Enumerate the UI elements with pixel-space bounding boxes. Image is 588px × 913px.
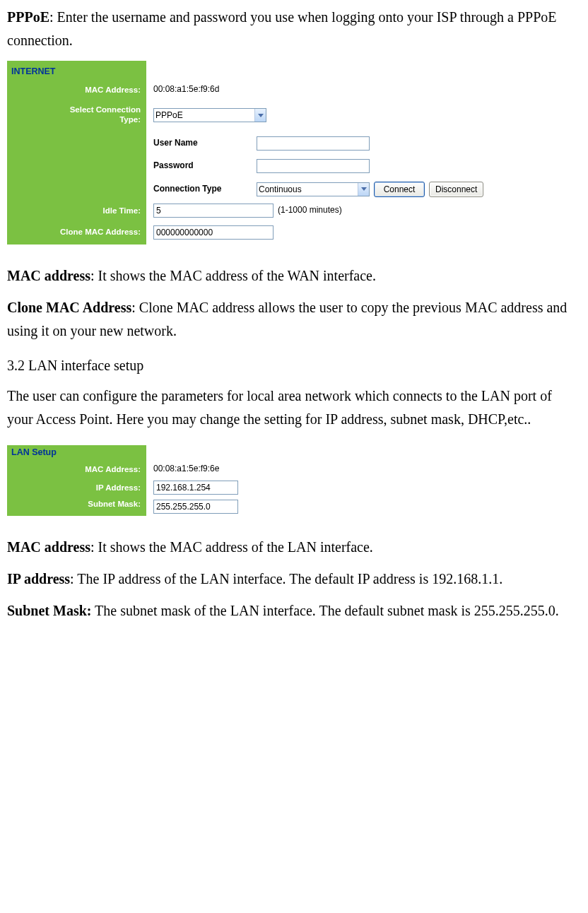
lan-panel-title: LAN Setup (7, 445, 146, 461)
connection-subtype-select[interactable]: Continuous (257, 182, 370, 196)
connection-type-sublabel: Connection Type (153, 182, 252, 196)
lan-subnet-desc-label: Subnet Mask: (7, 603, 91, 618)
clone-mac-desc: Clone MAC Address: Clone MAC address all… (7, 296, 581, 343)
connection-type-select[interactable]: PPPoE (153, 108, 266, 122)
password-row: Password (146, 153, 581, 176)
lan-panel-title-spacer (146, 445, 346, 461)
internet-panel-title-spacer (146, 61, 581, 79)
lan-ip-input[interactable] (153, 481, 238, 495)
idle-time-row: (1-1000 minutes) (146, 200, 581, 221)
lan-ip-label: IP Address: (7, 478, 146, 497)
password-input[interactable] (257, 159, 370, 173)
lan-subnet-desc: Subnet Mask: The subnet mask of the LAN … (7, 599, 581, 623)
lan-mac-desc: MAC address: It shows the MAC address of… (7, 536, 581, 559)
lan-ip-desc-text: : The IP address of the LAN interface. T… (70, 571, 502, 587)
clone-mac-row (146, 221, 581, 244)
connection-subtype-select-wrap: Continuous (257, 182, 370, 196)
internet-panel: INTERNET MAC Address: 00:08:a1:5e:f9:6d … (7, 61, 581, 245)
lan-subnet-desc-text: The subnet mask of the LAN interface. Th… (91, 603, 558, 618)
lan-desc: The user can configure the parameters fo… (7, 384, 581, 431)
blank-label-password (7, 153, 146, 176)
select-connection-type-content: PPPoE (146, 100, 581, 131)
username-label: User Name (153, 136, 252, 151)
lan-panel: LAN Setup MAC Address: 00:08:a1:5e:f9:6e… (7, 445, 346, 517)
clone-mac-label: Clone MAC Address: (7, 221, 146, 244)
lan-mac-desc-label: MAC address (7, 539, 90, 555)
lan-subnet-row (146, 497, 346, 516)
wan-mac-desc-text: : It shows the MAC address of the WAN in… (90, 268, 376, 283)
clone-mac-input[interactable] (153, 225, 274, 240)
pppoe-intro: PPPoE: Enter the username and password y… (7, 6, 581, 52)
mac-address-label: MAC Address: (7, 79, 146, 100)
select-connection-type-label-text: Select ConnectionType: (70, 105, 141, 125)
lan-ip-desc-label: IP address (7, 571, 70, 587)
pppoe-intro-label: PPPoE (7, 9, 49, 25)
pppoe-intro-text: : Enter the username and password you us… (7, 9, 557, 48)
password-label: Password (153, 159, 252, 173)
blank-label-username (7, 131, 146, 153)
disconnect-button[interactable]: Disconnect (429, 182, 483, 197)
mac-address-value: 00:08:a1:5e:f9:6d (146, 79, 581, 100)
heading-3-2: 3.2 LAN interface setup (7, 354, 581, 377)
username-row: User Name (146, 131, 581, 153)
wan-mac-desc: MAC address: It shows the MAC address of… (7, 264, 581, 288)
lan-mac-value: 00:08:a1:5e:f9:6e (146, 460, 346, 478)
connection-type-row: Connection Type Continuous Connect Disco… (146, 176, 581, 200)
lan-ip-row (146, 478, 346, 497)
lan-mac-desc-text: : It shows the MAC address of the LAN in… (90, 539, 373, 555)
idle-time-hint: (1-1000 minutes) (278, 204, 342, 218)
select-connection-type-label: Select ConnectionType: (7, 100, 146, 131)
clone-mac-desc-label: Clone MAC Address (7, 300, 131, 315)
username-input[interactable] (257, 136, 370, 151)
idle-time-label: Idle Time: (7, 200, 146, 221)
wan-mac-desc-label: MAC address (7, 268, 90, 283)
connection-type-select-wrap: PPPoE (153, 108, 266, 122)
blank-label-conntype (7, 176, 146, 200)
lan-mac-label: MAC Address: (7, 460, 146, 478)
lan-subnet-input[interactable] (153, 500, 238, 514)
connect-button[interactable]: Connect (374, 182, 425, 197)
idle-time-input[interactable] (153, 204, 274, 218)
lan-ip-desc: IP address: The IP address of the LAN in… (7, 567, 581, 591)
internet-panel-title: INTERNET (7, 61, 146, 79)
lan-subnet-label: Subnet Mask: (7, 497, 146, 516)
